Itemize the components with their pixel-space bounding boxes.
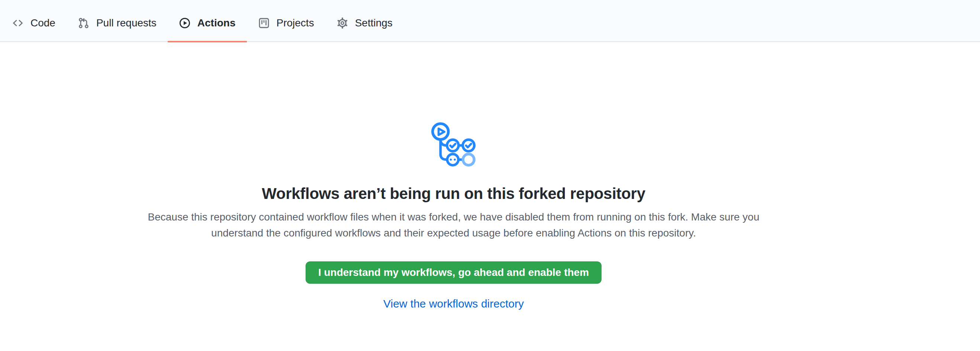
pull-request-icon	[78, 17, 90, 29]
code-icon	[12, 17, 24, 29]
tab-label: Projects	[277, 17, 314, 29]
actions-disabled-notice: Workflows aren’t being run on this forke…	[0, 42, 907, 310]
tab-label: Actions	[197, 17, 236, 29]
enable-workflows-button[interactable]: I understand my workflows, go ahead and …	[305, 261, 601, 284]
tab-pull-requests[interactable]: Pull requests	[67, 0, 168, 42]
play-circle-icon	[179, 17, 191, 29]
tab-label: Pull requests	[96, 17, 156, 29]
empty-state-title: Workflows aren’t being run on this forke…	[262, 185, 645, 203]
tab-label: Code	[30, 17, 56, 29]
empty-state-description: Because this repository contained workfl…	[145, 209, 762, 241]
tab-label: Settings	[355, 17, 393, 29]
tab-projects[interactable]: Projects	[247, 0, 325, 42]
tab-code[interactable]: Code	[1, 0, 67, 42]
tab-actions[interactable]: Actions	[168, 0, 247, 42]
project-board-icon	[258, 17, 270, 29]
workflow-graph-icon	[431, 122, 477, 168]
gear-icon	[336, 17, 348, 29]
repo-tab-bar: Code Pull requests Actions	[0, 0, 980, 42]
view-workflows-directory-link[interactable]: View the workflows directory	[383, 297, 524, 310]
tab-settings[interactable]: Settings	[325, 0, 404, 42]
